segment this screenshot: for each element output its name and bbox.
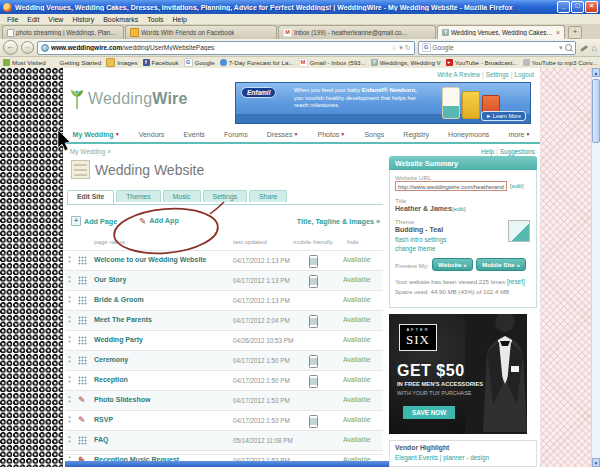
nav-item-honeymoons[interactable]: Honeymoons [448,131,489,138]
nav-item-forums[interactable]: Forums [224,131,248,138]
hide-status-link[interactable]: Available [343,436,370,443]
nav-item-songs[interactable]: Songs [364,131,384,138]
bookmark-item[interactable]: fFacebook [143,59,179,66]
search-bar[interactable]: G Google ▾ [418,41,576,55]
menu-tools[interactable]: Tools [143,16,167,23]
table-row[interactable]: ▲▼Our Story04/17/2012 1:13 PMAvailable [65,270,383,290]
reload-icon[interactable]: ↻ [405,43,411,53]
menu-bookmarks[interactable]: Bookmarks [99,16,142,23]
settings-link[interactable]: Settings [486,71,509,78]
website-url-field[interactable]: http://www.weddingwire.com/heatherand [395,181,507,191]
nav-item-dresses[interactable]: Dresses▼ [267,131,299,138]
table-row[interactable]: ▲▼✎RSVP04/17/2012 1:53 PMAvailable [65,410,383,430]
menu-file[interactable]: File [3,16,22,23]
table-row[interactable]: ▲▼Ceremony04/17/2012 1:50 PMAvailable [65,350,383,370]
reorder-handle[interactable]: ▲▼ [66,274,73,284]
preview-website-button[interactable]: Website » [432,258,473,271]
page-name-link[interactable]: Ceremony [94,356,128,363]
reorder-handle[interactable]: ▲▼ [66,334,73,344]
close-button[interactable]: × [585,1,598,13]
breadcrumb[interactable]: My Wedding » [70,148,111,155]
page-name-link[interactable]: Photo Slideshow [94,396,150,403]
table-row[interactable]: ▲▼Reception04/17/2012 1:50 PMAvailable [65,370,383,390]
bookmark-item[interactable]: Getting Started [51,59,102,66]
learn-more-button[interactable]: ► Learn More [481,111,526,121]
tab-edit-site[interactable]: Edit Site [67,190,114,204]
reorder-handle[interactable]: ▲▼ [66,254,73,264]
write-a-review-link[interactable]: Write A Review [437,71,480,78]
table-row[interactable]: ▲▼Bride & Groom04/17/2012 1:13 PMAvailab… [65,290,383,310]
hide-status-link[interactable]: Available [343,316,370,323]
site-identity-icon[interactable] [41,44,49,52]
menu-history[interactable]: History [68,16,98,23]
hide-status-link[interactable]: Available [343,276,370,283]
nav-item-events[interactable]: Events [183,131,204,138]
bookmark-item[interactable]: Most Visited [3,59,46,66]
page-name-link[interactable]: Bride & Groom [94,296,144,303]
theme-thumbnail[interactable] [508,220,530,242]
table-row[interactable]: ▲▼Meet The Parents04/17/2012 2:04 PMAvai… [65,310,383,330]
new-tab-button[interactable]: + [568,26,582,39]
back-button[interactable]: ← [3,40,18,55]
hide-status-link[interactable]: Available [343,396,370,403]
logout-link[interactable]: Logout [514,71,534,78]
bookmark-item[interactable]: YouTube to mp3 Conv... [523,59,598,66]
reorder-handle[interactable]: ▲▼ [66,394,73,404]
table-row[interactable]: ▲▼Wedding Party04/26/2012 10:53 PMAvaila… [65,330,383,350]
table-row[interactable]: ▲▼Welcome to our Wedding Website04/17/20… [65,250,383,270]
page-name-link[interactable]: RSVP [94,416,113,423]
tab-music[interactable]: Music [163,190,201,202]
reorder-handle[interactable]: ▲▼ [66,354,73,364]
nav-item-vendors[interactable]: Vendors [139,131,165,138]
maximize-button[interactable]: □ [571,1,584,13]
reorder-handle[interactable]: ▲▼ [66,434,73,444]
tab-share[interactable]: Share [249,190,287,202]
url-bar[interactable]: www.weddingwire.com/wedding/UserMyWebsit… [37,41,415,55]
scroll-up-icon[interactable]: ▲ [592,68,600,77]
nav-item-my-wedding[interactable]: My Wedding▼ [73,131,120,138]
save-now-button[interactable]: SAVE NOW [403,406,455,419]
page-name-link[interactable]: Reception [94,376,128,383]
reset-views-link[interactable]: [reset] [507,278,525,285]
bookmark-item[interactable]: MGmail - Inbox (593... [299,58,366,67]
search-icon[interactable] [565,44,572,51]
change-theme-link[interactable]: change theme [395,245,436,252]
edit-title-link[interactable]: [edit] [452,205,465,212]
enfamil-banner-ad[interactable]: Enfamil When you feed your baby Enfamil®… [235,82,531,124]
bookmark-star-icon[interactable]: ☆ [391,43,397,53]
flash-intro-settings-link[interactable]: flash intro settings [395,236,447,243]
hide-status-link[interactable]: Available [343,256,370,263]
weddingwire-logo[interactable]: WeddingWire [69,88,188,110]
page-name-link[interactable]: Our Story [94,276,126,283]
nav-item-more[interactable]: more▼ [508,131,530,138]
nav-item-photos[interactable]: Photos▼ [318,131,346,138]
search-input[interactable]: Google [433,44,557,51]
help-link[interactable]: Help [481,148,494,155]
minimize-button[interactable]: _ [557,1,570,13]
tab-settings[interactable]: Settings [203,190,248,202]
search-dropdown-icon[interactable]: ▾ [559,43,563,53]
reorder-handle[interactable]: ▲▼ [66,414,73,424]
hide-status-link[interactable]: Available [343,336,370,343]
url-dropdown-icon[interactable]: ▾ [399,43,403,53]
menu-view[interactable]: View [44,16,67,23]
menu-help[interactable]: Help [169,16,191,23]
page-name-link[interactable]: Welcome to our Wedding Website [94,256,206,263]
scrollbar-thumb[interactable] [592,79,600,143]
nav-item-registry[interactable]: Registry [403,131,429,138]
hide-status-link[interactable]: Available [343,356,370,363]
browser-tab[interactable]: photo streaming | Weddings, Planning |..… [2,25,124,39]
title-tagline-images-link[interactable]: Title, Tagline & Images » [297,217,380,226]
wrench-icon[interactable] [579,43,589,53]
url-text[interactable]: www.weddingwire.com/wedding/UserMyWebsit… [51,44,389,51]
tab-close-icon[interactable]: × [556,29,560,36]
bookmark-item[interactable]: Images [106,58,137,67]
home-icon[interactable]: ⌂ [592,42,597,54]
bookmark-item[interactable]: GGoogle [184,58,215,67]
reorder-handle[interactable]: ▲▼ [66,294,73,304]
browser-tab[interactable]: MInbox (199) - heatherleanne@gmail.co... [278,25,436,39]
after-six-ad[interactable]: AFTER SIX GET $50 IN FREE MEN'S ACCESSOR… [389,314,527,434]
hide-status-link[interactable]: Available [343,376,370,383]
preview-mobile-button[interactable]: Mobile Site » [476,258,526,271]
page-name-link[interactable]: FAQ [94,436,108,443]
